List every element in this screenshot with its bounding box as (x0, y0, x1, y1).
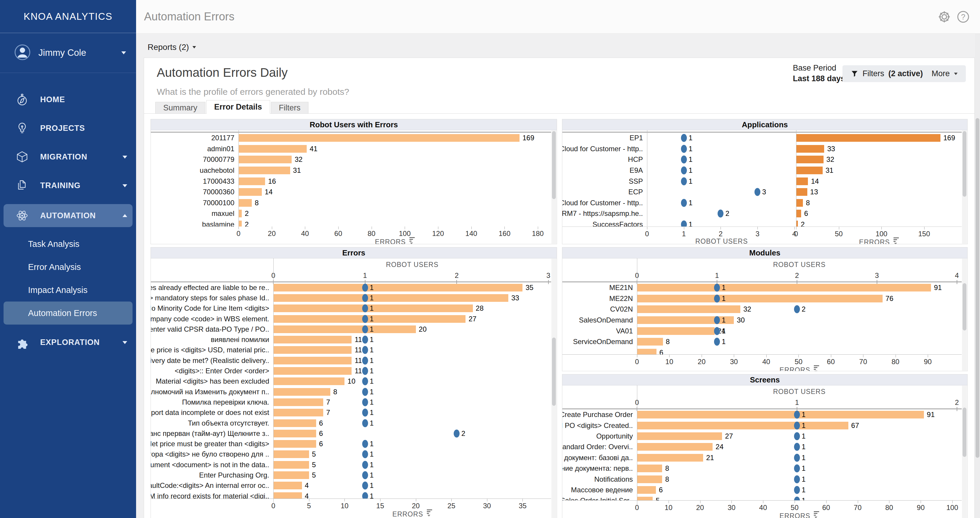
bar[interactable] (273, 461, 309, 469)
filters-button[interactable]: Filters (2 active) (842, 65, 931, 82)
sidebar-item-home[interactable]: HOME (0, 85, 136, 114)
robot-users-dot[interactable] (794, 432, 800, 440)
bar[interactable] (273, 419, 316, 427)
robot-users-dot[interactable] (362, 471, 368, 479)
bar[interactable] (796, 145, 824, 153)
robot-users-dot[interactable] (794, 305, 800, 313)
sort-icon[interactable] (814, 511, 819, 518)
bar[interactable] (637, 422, 848, 429)
sidebar-item-migration[interactable]: MIGRATION (0, 143, 136, 171)
robot-users-dot[interactable] (794, 465, 800, 473)
bar[interactable] (273, 378, 344, 385)
robot-users-dot[interactable] (362, 325, 368, 333)
bar[interactable] (637, 465, 662, 472)
chart-scrollbar[interactable] (962, 259, 967, 371)
tab-error-details[interactable]: Error Details (206, 100, 270, 114)
more-button[interactable]: More (923, 65, 966, 82)
bar[interactable] (637, 497, 653, 500)
chart-scrollbar[interactable] (551, 259, 557, 518)
sidebar-item-exploration[interactable]: EXPLORATION (0, 328, 136, 357)
bar[interactable] (239, 221, 242, 226)
bar[interactable] (273, 398, 323, 406)
bar[interactable] (273, 346, 352, 354)
sidebar-item-automation-errors[interactable]: Automation Errors (3, 301, 132, 325)
robot-users-dot[interactable] (362, 284, 368, 292)
robot-users-dot[interactable] (362, 304, 368, 312)
robot-users-dot[interactable] (794, 454, 800, 462)
bar[interactable] (239, 177, 265, 185)
bar[interactable] (637, 305, 740, 313)
bar[interactable] (637, 349, 657, 354)
sidebar-item-impact-analysis[interactable]: Impact Analysis (0, 279, 136, 301)
robot-users-dot[interactable] (714, 338, 720, 346)
bar[interactable] (239, 134, 520, 142)
user-menu[interactable]: Jimmy Cole (0, 33, 136, 73)
bar[interactable] (273, 482, 302, 489)
robot-users-dot[interactable] (681, 134, 687, 142)
sidebar-item-automation[interactable]: AUTOMATION (3, 204, 132, 227)
robot-users-dot[interactable] (362, 482, 368, 490)
bar[interactable] (637, 284, 931, 292)
bar[interactable] (637, 432, 722, 440)
robot-users-dot[interactable] (718, 210, 724, 218)
bar[interactable] (273, 294, 508, 302)
bar[interactable] (273, 325, 416, 333)
bar[interactable] (273, 492, 302, 499)
sort-icon[interactable] (409, 237, 415, 244)
chart-scrollbar[interactable] (962, 131, 967, 244)
sidebar-item-training[interactable]: TRAINING (0, 171, 136, 200)
bar[interactable] (273, 430, 316, 437)
bar[interactable] (273, 440, 316, 448)
bar[interactable] (796, 167, 822, 174)
bar[interactable] (273, 284, 522, 292)
sort-icon[interactable] (427, 509, 432, 516)
bar[interactable] (273, 450, 309, 458)
robot-users-dot[interactable] (714, 295, 720, 303)
robot-users-dot[interactable] (362, 367, 368, 375)
bar[interactable] (239, 210, 242, 217)
robot-users-dot[interactable] (681, 221, 687, 227)
bar[interactable] (796, 177, 808, 185)
bar[interactable] (273, 357, 352, 365)
bar[interactable] (273, 409, 323, 416)
bar[interactable] (273, 336, 352, 343)
chart-scrollbar[interactable] (551, 131, 557, 244)
bar[interactable] (637, 411, 924, 419)
sidebar-item-task-analysis[interactable]: Task Analysis (0, 233, 136, 255)
robot-users-dot[interactable] (362, 409, 368, 417)
bar[interactable] (637, 475, 662, 483)
robot-users-dot[interactable] (794, 411, 800, 419)
robot-users-dot[interactable] (794, 443, 800, 451)
robot-users-dot[interactable] (681, 199, 687, 207)
bar[interactable] (796, 188, 807, 196)
bar[interactable] (239, 145, 307, 153)
robot-users-dot[interactable] (454, 429, 460, 437)
bar[interactable] (637, 454, 703, 462)
robot-users-dot[interactable] (362, 315, 368, 323)
bar[interactable] (637, 486, 656, 494)
bar[interactable] (637, 295, 883, 303)
robot-users-dot[interactable] (362, 388, 368, 396)
robot-users-dot[interactable] (794, 486, 800, 494)
robot-users-dot[interactable] (362, 450, 368, 458)
robot-users-dot[interactable] (362, 378, 368, 386)
bar[interactable] (239, 188, 262, 196)
bar[interactable] (239, 199, 252, 207)
robot-users-dot[interactable] (794, 475, 800, 483)
bar[interactable] (239, 167, 290, 174)
bar[interactable] (796, 134, 940, 142)
robot-users-dot[interactable] (714, 284, 720, 292)
tab-summary[interactable]: Summary (155, 102, 205, 113)
robot-users-dot[interactable] (362, 492, 368, 499)
bar[interactable] (273, 471, 309, 479)
robot-users-dot[interactable] (794, 497, 800, 500)
reports-dropdown[interactable]: Reports (2) (148, 43, 196, 52)
robot-users-dot[interactable] (362, 346, 368, 354)
robot-users-dot[interactable] (794, 421, 800, 429)
robot-users-dot[interactable] (362, 336, 368, 344)
robot-users-dot[interactable] (754, 188, 760, 196)
bar[interactable] (273, 367, 352, 375)
robot-users-dot[interactable] (681, 177, 687, 185)
bar[interactable] (239, 156, 292, 163)
bar[interactable] (273, 388, 330, 396)
